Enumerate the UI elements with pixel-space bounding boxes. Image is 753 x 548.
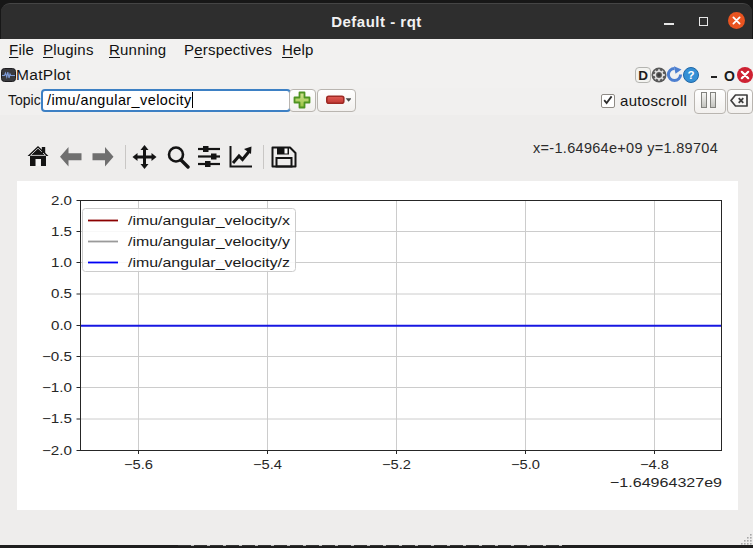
svg-text:−1.0: −1.0 xyxy=(42,381,72,395)
svg-text:D: D xyxy=(638,68,648,83)
svg-text:0.0: 0.0 xyxy=(51,319,72,333)
svg-text:−1.64964327e9: −1.64964327e9 xyxy=(610,475,722,490)
svg-text:0.5: 0.5 xyxy=(51,287,72,301)
svg-text:1.5: 1.5 xyxy=(51,225,72,239)
svg-text:/imu/angular_velocity/y: /imu/angular_velocity/y xyxy=(128,234,291,249)
svg-text:−5.6: −5.6 xyxy=(124,458,153,472)
svg-text:−2.0: −2.0 xyxy=(42,444,72,458)
svg-text:/imu/angular_velocity/x: /imu/angular_velocity/x xyxy=(128,213,291,228)
svg-text:−5.4: −5.4 xyxy=(253,458,282,472)
svg-text:−0.5: −0.5 xyxy=(42,350,72,364)
svg-text:2.0: 2.0 xyxy=(51,194,72,208)
svg-text:−5.0: −5.0 xyxy=(511,458,540,472)
svg-text:/imu/angular_velocity/z: /imu/angular_velocity/z xyxy=(128,255,290,270)
svg-text:1.0: 1.0 xyxy=(51,256,72,270)
svg-text:−1.5: −1.5 xyxy=(42,412,72,426)
svg-text:−4.8: −4.8 xyxy=(640,458,669,472)
svg-text:?: ? xyxy=(687,69,694,81)
svg-text:−5.2: −5.2 xyxy=(382,458,411,472)
